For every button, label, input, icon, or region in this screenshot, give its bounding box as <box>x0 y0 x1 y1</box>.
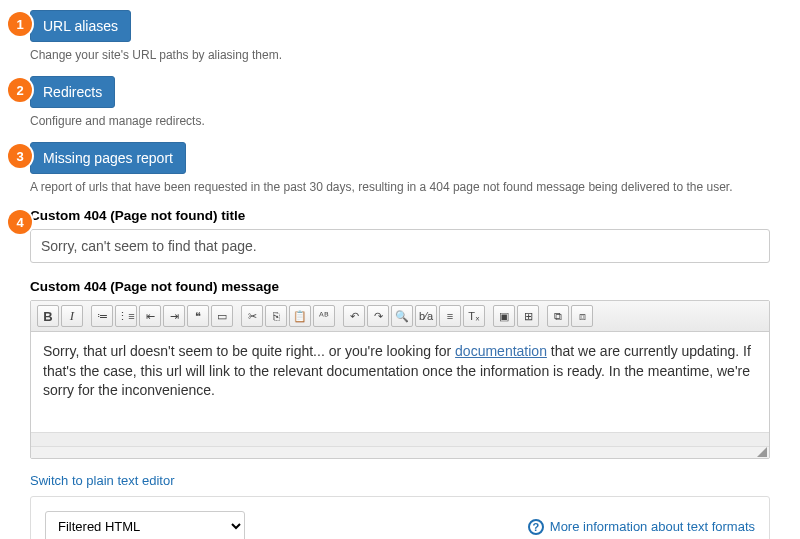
documentation-link[interactable]: documentation <box>455 343 547 359</box>
missing-pages-desc: A report of urls that have been requeste… <box>30 180 770 194</box>
editor-resize-bar[interactable] <box>31 446 769 458</box>
replace-icon[interactable]: b⁄a <box>415 305 437 327</box>
url-aliases-desc: Change your site's URL paths by aliasing… <box>30 48 770 62</box>
text-format-select[interactable]: Filtered HTML <box>45 511 245 539</box>
ordered-list-icon[interactable]: ⋮≡ <box>115 305 137 327</box>
editor-scrollbar[interactable] <box>31 432 769 446</box>
step-marker-1: 1 <box>8 12 32 36</box>
more-info-link[interactable]: ? More information about text formats <box>528 519 755 535</box>
text-format-box: Filtered HTML ? More information about t… <box>30 496 770 539</box>
resize-grip-icon <box>757 447 767 457</box>
redo-icon[interactable]: ↷ <box>367 305 389 327</box>
bold-icon[interactable]: B <box>37 305 59 327</box>
indent-icon[interactable]: ⇥ <box>163 305 185 327</box>
undo-icon[interactable]: ↶ <box>343 305 365 327</box>
outdent-icon[interactable]: ⇤ <box>139 305 161 327</box>
cut-icon[interactable]: ✂ <box>241 305 263 327</box>
paste-icon[interactable]: 📋 <box>289 305 311 327</box>
switch-plain-text-link[interactable]: Switch to plain text editor <box>30 473 175 488</box>
custom-404-title-label: Custom 404 (Page not found) title <box>30 208 770 223</box>
custom-404-title-input[interactable] <box>30 229 770 263</box>
unlink-icon[interactable]: ⧈ <box>571 305 593 327</box>
copy-icon[interactable]: ⎘ <box>265 305 287 327</box>
paste-text-icon[interactable]: ᴬᴮ <box>313 305 335 327</box>
help-icon: ? <box>528 519 544 535</box>
missing-pages-button[interactable]: Missing pages report <box>30 142 186 174</box>
find-icon[interactable]: 🔍 <box>391 305 413 327</box>
redirects-button[interactable]: Redirects <box>30 76 115 108</box>
image-icon[interactable]: ▣ <box>493 305 515 327</box>
step-marker-3: 3 <box>8 144 32 168</box>
editor-text-pre: Sorry, that url doesn't seem to be quite… <box>43 343 455 359</box>
custom-404-message-label: Custom 404 (Page not found) message <box>30 279 770 294</box>
align-icon[interactable]: ≡ <box>439 305 461 327</box>
step-marker-2: 2 <box>8 78 32 102</box>
redirects-desc: Configure and manage redirects. <box>30 114 770 128</box>
url-aliases-button[interactable]: URL aliases <box>30 10 131 42</box>
link-icon[interactable]: ⧉ <box>547 305 569 327</box>
block-icon[interactable]: ▭ <box>211 305 233 327</box>
unordered-list-icon[interactable]: ≔ <box>91 305 113 327</box>
blockquote-icon[interactable]: ❝ <box>187 305 209 327</box>
more-info-label: More information about text formats <box>550 519 755 534</box>
remove-format-icon[interactable]: Tₓ <box>463 305 485 327</box>
table-icon[interactable]: ⊞ <box>517 305 539 327</box>
editor-toolbar: B I ≔ ⋮≡ ⇤ ⇥ ❝ ▭ ✂ ⎘ 📋 ᴬᴮ ↶ ↷ 🔍 b⁄a ≡ Tₓ… <box>31 301 769 332</box>
editor-body[interactable]: Sorry, that url doesn't seem to be quite… <box>31 332 769 432</box>
rich-text-editor: B I ≔ ⋮≡ ⇤ ⇥ ❝ ▭ ✂ ⎘ 📋 ᴬᴮ ↶ ↷ 🔍 b⁄a ≡ Tₓ… <box>30 300 770 459</box>
italic-icon[interactable]: I <box>61 305 83 327</box>
step-marker-4: 4 <box>8 210 32 234</box>
